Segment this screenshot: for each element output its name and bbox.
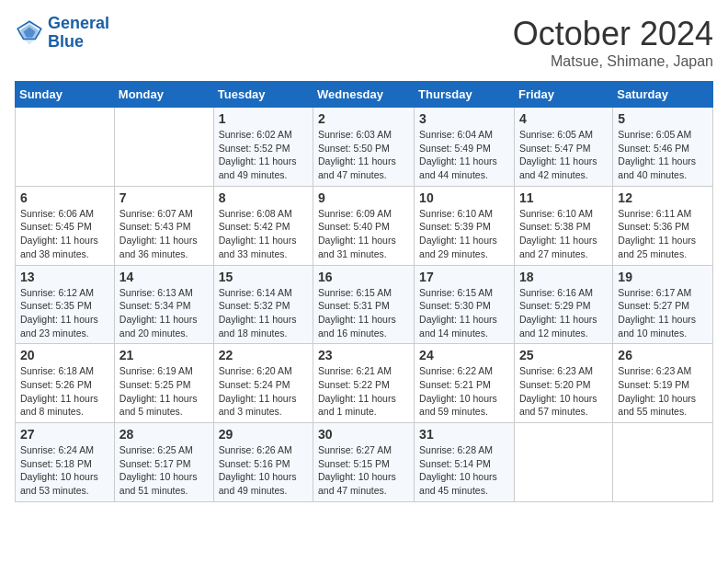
week-row-4: 20Sunrise: 6:18 AM Sunset: 5:26 PM Dayli… xyxy=(16,344,713,423)
day-info: Sunrise: 6:23 AM Sunset: 5:20 PM Dayligh… xyxy=(519,364,608,419)
day-number: 14 xyxy=(119,270,209,284)
day-info: Sunrise: 6:19 AM Sunset: 5:25 PM Dayligh… xyxy=(119,364,209,419)
calendar-cell: 12Sunrise: 6:11 AM Sunset: 5:36 PM Dayli… xyxy=(613,186,713,265)
calendar-cell: 7Sunrise: 6:07 AM Sunset: 5:43 PM Daylig… xyxy=(114,186,213,265)
day-info: Sunrise: 6:11 AM Sunset: 5:36 PM Dayligh… xyxy=(618,207,708,261)
col-header-friday: Friday xyxy=(514,82,612,108)
calendar-cell xyxy=(16,108,115,187)
calendar-cell: 18Sunrise: 6:16 AM Sunset: 5:29 PM Dayli… xyxy=(514,265,612,344)
calendar-cell: 17Sunrise: 6:15 AM Sunset: 5:30 PM Dayli… xyxy=(415,265,515,344)
calendar-cell: 26Sunrise: 6:23 AM Sunset: 5:19 PM Dayli… xyxy=(613,344,713,423)
calendar-cell: 10Sunrise: 6:10 AM Sunset: 5:39 PM Dayli… xyxy=(415,186,515,265)
calendar-cell: 20Sunrise: 6:18 AM Sunset: 5:26 PM Dayli… xyxy=(16,344,115,423)
day-number: 1 xyxy=(219,111,308,126)
day-info: Sunrise: 6:05 AM Sunset: 5:46 PM Dayligh… xyxy=(618,128,708,182)
day-number: 12 xyxy=(618,190,708,205)
day-number: 25 xyxy=(519,348,608,362)
day-number: 29 xyxy=(219,427,308,442)
week-row-3: 13Sunrise: 6:12 AM Sunset: 5:35 PM Dayli… xyxy=(16,265,713,344)
calendar-cell: 2Sunrise: 6:03 AM Sunset: 5:50 PM Daylig… xyxy=(313,108,415,187)
day-number: 21 xyxy=(119,348,209,362)
calendar-cell: 25Sunrise: 6:23 AM Sunset: 5:20 PM Dayli… xyxy=(514,344,612,423)
day-number: 9 xyxy=(318,190,409,205)
day-number: 31 xyxy=(419,427,509,442)
day-info: Sunrise: 6:09 AM Sunset: 5:40 PM Dayligh… xyxy=(318,207,409,261)
day-info: Sunrise: 6:24 AM Sunset: 5:18 PM Dayligh… xyxy=(20,443,109,498)
day-number: 26 xyxy=(618,348,708,362)
day-info: Sunrise: 6:27 AM Sunset: 5:15 PM Dayligh… xyxy=(318,443,409,498)
day-number: 22 xyxy=(219,348,308,362)
day-info: Sunrise: 6:10 AM Sunset: 5:39 PM Dayligh… xyxy=(419,207,509,261)
day-info: Sunrise: 6:28 AM Sunset: 5:14 PM Dayligh… xyxy=(419,443,509,498)
calendar-cell: 16Sunrise: 6:15 AM Sunset: 5:31 PM Dayli… xyxy=(313,265,415,344)
day-info: Sunrise: 6:15 AM Sunset: 5:30 PM Dayligh… xyxy=(419,286,509,340)
day-number: 15 xyxy=(219,270,308,284)
day-info: Sunrise: 6:25 AM Sunset: 5:17 PM Dayligh… xyxy=(119,443,209,498)
calendar-cell: 11Sunrise: 6:10 AM Sunset: 5:38 PM Dayli… xyxy=(514,186,612,265)
logo-line2: Blue xyxy=(48,32,84,51)
day-info: Sunrise: 6:14 AM Sunset: 5:32 PM Dayligh… xyxy=(219,286,308,340)
calendar-cell: 29Sunrise: 6:26 AM Sunset: 5:16 PM Dayli… xyxy=(213,423,313,502)
day-info: Sunrise: 6:22 AM Sunset: 5:21 PM Dayligh… xyxy=(419,364,509,419)
col-header-wednesday: Wednesday xyxy=(313,82,415,108)
day-info: Sunrise: 6:03 AM Sunset: 5:50 PM Dayligh… xyxy=(318,128,409,182)
col-header-tuesday: Tuesday xyxy=(213,82,313,108)
day-number: 28 xyxy=(119,427,209,442)
day-number: 4 xyxy=(519,111,608,126)
day-number: 18 xyxy=(519,270,608,284)
day-number: 5 xyxy=(618,111,708,126)
day-number: 17 xyxy=(419,270,509,284)
calendar-cell: 19Sunrise: 6:17 AM Sunset: 5:27 PM Dayli… xyxy=(613,265,713,344)
location-subtitle: Matsue, Shimane, Japan xyxy=(513,53,713,70)
logo: General Blue xyxy=(15,15,109,52)
day-info: Sunrise: 6:18 AM Sunset: 5:26 PM Dayligh… xyxy=(20,364,109,419)
calendar-cell: 24Sunrise: 6:22 AM Sunset: 5:21 PM Dayli… xyxy=(415,344,515,423)
title-block: October 2024 Matsue, Shimane, Japan xyxy=(513,15,713,70)
calendar-cell xyxy=(114,108,213,187)
day-number: 30 xyxy=(318,427,409,442)
day-number: 6 xyxy=(20,190,109,205)
logo-icon xyxy=(15,18,44,48)
day-info: Sunrise: 6:04 AM Sunset: 5:49 PM Dayligh… xyxy=(419,128,509,182)
calendar-cell: 6Sunrise: 6:06 AM Sunset: 5:45 PM Daylig… xyxy=(16,186,115,265)
calendar-table: SundayMondayTuesdayWednesdayThursdayFrid… xyxy=(15,81,713,502)
calendar-cell: 15Sunrise: 6:14 AM Sunset: 5:32 PM Dayli… xyxy=(213,265,313,344)
day-number: 11 xyxy=(519,190,608,205)
day-info: Sunrise: 6:26 AM Sunset: 5:16 PM Dayligh… xyxy=(219,443,308,498)
day-number: 10 xyxy=(419,190,509,205)
day-info: Sunrise: 6:08 AM Sunset: 5:42 PM Dayligh… xyxy=(219,207,308,261)
calendar-cell: 1Sunrise: 6:02 AM Sunset: 5:52 PM Daylig… xyxy=(213,108,313,187)
day-number: 2 xyxy=(318,111,409,126)
calendar-cell: 27Sunrise: 6:24 AM Sunset: 5:18 PM Dayli… xyxy=(16,423,115,502)
week-row-2: 6Sunrise: 6:06 AM Sunset: 5:45 PM Daylig… xyxy=(16,186,713,265)
calendar-cell: 8Sunrise: 6:08 AM Sunset: 5:42 PM Daylig… xyxy=(213,186,313,265)
day-info: Sunrise: 6:16 AM Sunset: 5:29 PM Dayligh… xyxy=(519,286,608,340)
logo-line1: General xyxy=(48,14,109,32)
calendar-cell: 13Sunrise: 6:12 AM Sunset: 5:35 PM Dayli… xyxy=(16,265,115,344)
col-header-monday: Monday xyxy=(114,82,213,108)
col-header-sunday: Sunday xyxy=(16,82,115,108)
header-row: SundayMondayTuesdayWednesdayThursdayFrid… xyxy=(16,82,713,108)
day-info: Sunrise: 6:17 AM Sunset: 5:27 PM Dayligh… xyxy=(618,286,708,340)
day-number: 23 xyxy=(318,348,409,362)
calendar-cell: 22Sunrise: 6:20 AM Sunset: 5:24 PM Dayli… xyxy=(213,344,313,423)
day-number: 16 xyxy=(318,270,409,284)
day-number: 19 xyxy=(618,270,708,284)
day-number: 8 xyxy=(219,190,308,205)
day-info: Sunrise: 6:20 AM Sunset: 5:24 PM Dayligh… xyxy=(219,364,308,419)
day-info: Sunrise: 6:13 AM Sunset: 5:34 PM Dayligh… xyxy=(119,286,209,340)
week-row-1: 1Sunrise: 6:02 AM Sunset: 5:52 PM Daylig… xyxy=(16,108,713,187)
day-info: Sunrise: 6:23 AM Sunset: 5:19 PM Dayligh… xyxy=(618,364,708,419)
month-title: October 2024 xyxy=(513,15,713,53)
day-number: 27 xyxy=(20,427,109,442)
calendar-cell: 31Sunrise: 6:28 AM Sunset: 5:14 PM Dayli… xyxy=(415,423,515,502)
calendar-cell: 28Sunrise: 6:25 AM Sunset: 5:17 PM Dayli… xyxy=(114,423,213,502)
day-info: Sunrise: 6:21 AM Sunset: 5:22 PM Dayligh… xyxy=(318,364,409,419)
calendar-cell: 4Sunrise: 6:05 AM Sunset: 5:47 PM Daylig… xyxy=(514,108,612,187)
calendar-cell xyxy=(613,423,713,502)
calendar-cell: 5Sunrise: 6:05 AM Sunset: 5:46 PM Daylig… xyxy=(613,108,713,187)
day-info: Sunrise: 6:15 AM Sunset: 5:31 PM Dayligh… xyxy=(318,286,409,340)
calendar-cell: 23Sunrise: 6:21 AM Sunset: 5:22 PM Dayli… xyxy=(313,344,415,423)
calendar-cell: 9Sunrise: 6:09 AM Sunset: 5:40 PM Daylig… xyxy=(313,186,415,265)
calendar-cell: 3Sunrise: 6:04 AM Sunset: 5:49 PM Daylig… xyxy=(415,108,515,187)
